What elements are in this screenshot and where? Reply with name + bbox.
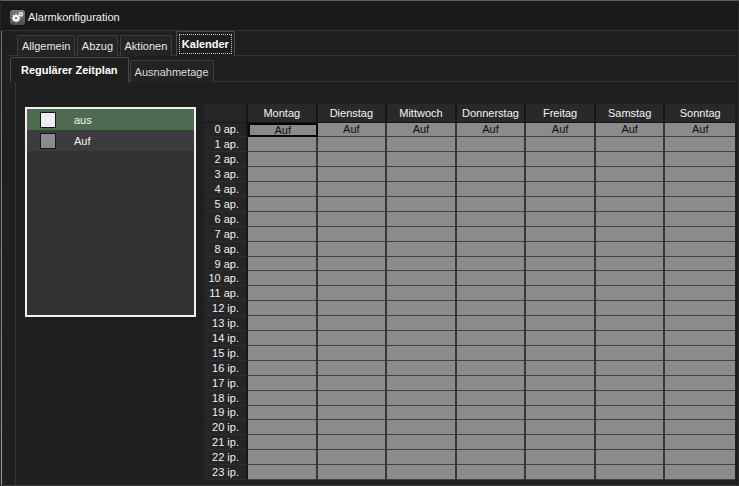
schedule-cell[interactable]	[665, 167, 735, 182]
schedule-cell[interactable]	[596, 271, 666, 286]
schedule-cell[interactable]: Auf	[457, 123, 527, 138]
schedule-cell[interactable]	[318, 137, 388, 152]
schedule-cell[interactable]	[526, 361, 596, 376]
schedule-cell[interactable]	[457, 465, 527, 480]
schedule-cell[interactable]: Auf	[318, 123, 388, 138]
schedule-cell[interactable]	[596, 182, 666, 197]
schedule-cell[interactable]	[387, 271, 457, 286]
schedule-cell[interactable]	[596, 212, 666, 227]
schedule-cell[interactable]	[457, 286, 527, 301]
schedule-cell[interactable]	[457, 167, 527, 182]
schedule-cell[interactable]	[526, 286, 596, 301]
schedule-cell[interactable]	[665, 286, 735, 301]
schedule-cell[interactable]	[665, 257, 735, 272]
schedule-cell[interactable]	[526, 346, 596, 361]
schedule-cell[interactable]	[387, 286, 457, 301]
schedule-cell[interactable]: Auf	[248, 123, 318, 138]
schedule-cell[interactable]: Auf	[526, 123, 596, 138]
schedule-cell[interactable]	[457, 301, 527, 316]
schedule-cell[interactable]	[665, 301, 735, 316]
schedule-cell[interactable]	[596, 152, 666, 167]
schedule-cell[interactable]	[457, 435, 527, 450]
schedule-cell[interactable]	[457, 420, 527, 435]
schedule-cell[interactable]	[318, 152, 388, 167]
schedule-cell[interactable]	[665, 137, 735, 152]
schedule-cell[interactable]	[457, 152, 527, 167]
schedule-cell[interactable]	[526, 167, 596, 182]
schedule-cell[interactable]	[387, 152, 457, 167]
schedule-cell[interactable]	[387, 137, 457, 152]
schedule-cell[interactable]	[526, 257, 596, 272]
schedule-cell[interactable]	[596, 301, 666, 316]
schedule-cell[interactable]	[248, 286, 318, 301]
schedule-cell[interactable]	[665, 316, 735, 331]
schedule-cell[interactable]	[248, 257, 318, 272]
schedule-cell[interactable]: Auf	[596, 123, 666, 138]
schedule-cell[interactable]	[248, 420, 318, 435]
schedule-cell[interactable]	[596, 391, 666, 406]
schedule-cell[interactable]	[248, 182, 318, 197]
schedule-cell[interactable]	[318, 316, 388, 331]
schedule-cell[interactable]	[387, 167, 457, 182]
schedule-cell[interactable]	[526, 435, 596, 450]
schedule-cell[interactable]	[318, 257, 388, 272]
schedule-cell[interactable]	[596, 406, 666, 421]
schedule-cell[interactable]	[387, 257, 457, 272]
schedule-cell[interactable]	[387, 376, 457, 391]
schedule-cell[interactable]	[596, 435, 666, 450]
schedule-cell[interactable]	[526, 182, 596, 197]
schedule-cell[interactable]	[318, 465, 388, 480]
schedule-cell[interactable]	[665, 391, 735, 406]
schedule-cell[interactable]	[457, 257, 527, 272]
schedule-cell[interactable]	[665, 197, 735, 212]
schedule-cell[interactable]	[318, 182, 388, 197]
tab-kalender[interactable]: Kalender	[176, 31, 235, 56]
schedule-cell[interactable]	[457, 242, 527, 257]
schedule-cell[interactable]	[248, 346, 318, 361]
schedule-cell[interactable]	[665, 420, 735, 435]
schedule-cell[interactable]	[248, 227, 318, 242]
tab-aktionen[interactable]: Aktionen	[120, 35, 173, 56]
tab-abzug[interactable]: Abzug	[77, 35, 118, 56]
schedule-cell[interactable]	[526, 376, 596, 391]
schedule-cell[interactable]	[457, 137, 527, 152]
schedule-cell[interactable]	[665, 331, 735, 346]
schedule-cell[interactable]	[318, 331, 388, 346]
subtab-ausnahmetage[interactable]: Ausnahmetage	[130, 60, 214, 82]
schedule-cell[interactable]	[665, 465, 735, 480]
schedule-cell[interactable]	[526, 465, 596, 480]
legend-item-aus[interactable]: aus	[27, 109, 194, 130]
schedule-cell[interactable]	[248, 331, 318, 346]
schedule-cell[interactable]	[665, 182, 735, 197]
schedule-cell[interactable]	[596, 316, 666, 331]
schedule-cell[interactable]	[248, 316, 318, 331]
schedule-cell[interactable]	[457, 361, 527, 376]
schedule-cell[interactable]: Auf	[665, 123, 735, 138]
schedule-cell[interactable]	[596, 331, 666, 346]
schedule-cell[interactable]	[596, 137, 666, 152]
schedule-cell[interactable]	[526, 271, 596, 286]
schedule-cell[interactable]	[318, 301, 388, 316]
schedule-cell[interactable]	[665, 450, 735, 465]
schedule-cell[interactable]	[387, 331, 457, 346]
schedule-cell[interactable]	[248, 197, 318, 212]
schedule-cell[interactable]	[457, 376, 527, 391]
schedule-cell[interactable]	[665, 361, 735, 376]
schedule-cell[interactable]	[318, 271, 388, 286]
schedule-cell[interactable]	[665, 227, 735, 242]
schedule-cell[interactable]	[596, 227, 666, 242]
schedule-cell[interactable]	[526, 242, 596, 257]
schedule-cell[interactable]	[318, 435, 388, 450]
schedule-cell[interactable]	[248, 450, 318, 465]
schedule-cell[interactable]	[318, 420, 388, 435]
schedule-cell[interactable]	[526, 301, 596, 316]
schedule-cell[interactable]	[248, 406, 318, 421]
schedule-cell[interactable]	[318, 361, 388, 376]
schedule-cell[interactable]	[387, 465, 457, 480]
schedule-cell[interactable]	[526, 227, 596, 242]
schedule-cell[interactable]	[457, 346, 527, 361]
schedule-cell[interactable]	[387, 301, 457, 316]
schedule-cell[interactable]	[318, 406, 388, 421]
schedule-cell[interactable]	[387, 406, 457, 421]
schedule-cell[interactable]	[457, 212, 527, 227]
